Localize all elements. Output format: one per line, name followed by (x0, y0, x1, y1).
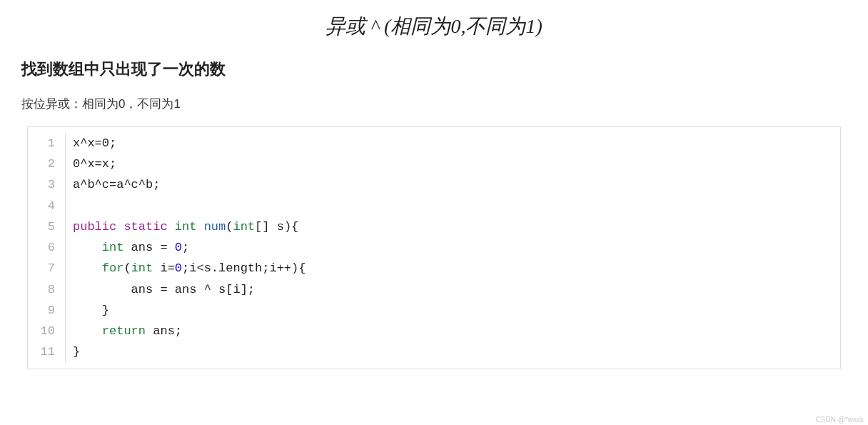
line-number: 2 (28, 154, 65, 174)
line-number: 10 (28, 321, 65, 341)
line-number: 1 (28, 133, 65, 154)
description-text: 按位异或：相同为0，不同为1 (21, 96, 847, 112)
code-content: } (73, 300, 109, 321)
line-number: 5 (28, 216, 65, 237)
gutter (65, 321, 73, 341)
code-line: 6 int ans = 0; (28, 237, 840, 258)
gutter (65, 341, 73, 362)
gutter (65, 196, 73, 216)
page-title: 异或 ^ (相同为0,不同为1) (21, 13, 847, 40)
code-line: 5public static int num(int[] s){ (28, 216, 840, 237)
line-number: 6 (28, 237, 65, 258)
gutter (65, 300, 73, 321)
line-number: 8 (28, 279, 65, 300)
line-number: 3 (28, 174, 65, 195)
line-number: 4 (28, 196, 65, 216)
code-content: int ans = 0; (73, 237, 189, 258)
line-number: 7 (28, 258, 65, 279)
gutter (65, 216, 73, 237)
code-block: 1x^x=0;20^x=x;3a^b^c=a^c^b;45public stat… (27, 126, 841, 369)
code-line: 8 ans = ans ^ s[i]; (28, 279, 840, 300)
code-content: return ans; (73, 321, 182, 341)
code-line: 9 } (28, 300, 840, 321)
gutter (65, 133, 73, 154)
code-content: a^b^c=a^c^b; (73, 174, 160, 195)
gutter (65, 174, 73, 195)
code-content: ans = ans ^ s[i]; (73, 279, 255, 300)
gutter (65, 258, 73, 279)
line-number: 9 (28, 300, 65, 321)
section-heading: 找到数组中只出现了一次的数 (21, 59, 847, 80)
code-content: public static int num(int[] s){ (73, 216, 298, 237)
code-content: x^x=0; (73, 133, 116, 154)
code-line: 3a^b^c=a^c^b; (28, 174, 840, 195)
line-number: 11 (28, 341, 65, 362)
code-content: } (73, 341, 80, 362)
gutter (65, 154, 73, 174)
code-line: 7 for(int i=0;i<s.length;i++){ (28, 258, 840, 279)
code-line: 4 (28, 196, 840, 216)
gutter (65, 279, 73, 300)
gutter (65, 237, 73, 258)
code-content: for(int i=0;i<s.length;i++){ (73, 258, 306, 279)
code-line: 11} (28, 341, 840, 362)
code-content: 0^x=x; (73, 154, 116, 174)
code-line: 1x^x=0; (28, 133, 840, 154)
code-line: 10 return ans; (28, 321, 840, 341)
code-line: 20^x=x; (28, 154, 840, 174)
